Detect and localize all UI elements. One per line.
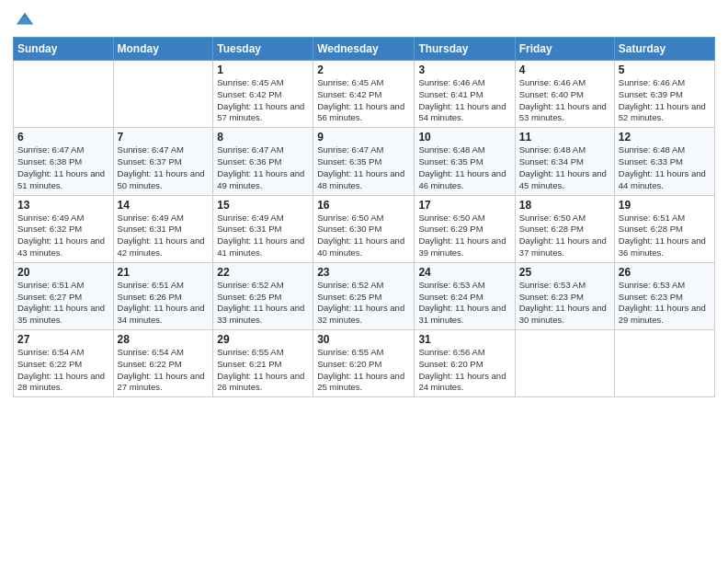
day-info: Sunrise: 6:46 AM Sunset: 6:40 PM Dayligh…: [519, 77, 610, 124]
day-info: Sunrise: 6:51 AM Sunset: 6:26 PM Dayligh…: [118, 280, 210, 327]
calendar-week-row: 27Sunrise: 6:54 AM Sunset: 6:22 PM Dayli…: [14, 330, 715, 397]
day-info: Sunrise: 6:47 AM Sunset: 6:35 PM Dayligh…: [317, 144, 410, 191]
logo-block: [13, 9, 35, 29]
calendar-cell: 14Sunrise: 6:49 AM Sunset: 6:31 PM Dayli…: [113, 195, 213, 262]
calendar-cell: 29Sunrise: 6:55 AM Sunset: 6:21 PM Dayli…: [213, 330, 313, 397]
calendar-cell: 22Sunrise: 6:52 AM Sunset: 6:25 PM Dayli…: [213, 262, 313, 329]
day-info: Sunrise: 6:49 AM Sunset: 6:31 PM Dayligh…: [118, 213, 210, 259]
day-info: Sunrise: 6:47 AM Sunset: 6:37 PM Dayligh…: [118, 144, 210, 191]
logo: [13, 9, 35, 29]
header: [13, 9, 715, 29]
day-info: Sunrise: 6:48 AM Sunset: 6:33 PM Dayligh…: [619, 144, 711, 191]
day-number: 17: [418, 199, 510, 212]
calendar-cell: 9Sunrise: 6:47 AM Sunset: 6:35 PM Daylig…: [313, 128, 415, 195]
calendar-cell: 13Sunrise: 6:49 AM Sunset: 6:32 PM Dayli…: [14, 195, 114, 262]
day-number: 3: [418, 63, 510, 76]
day-number: 16: [317, 199, 410, 212]
day-info: Sunrise: 6:45 AM Sunset: 6:42 PM Dayligh…: [217, 77, 309, 124]
day-info: Sunrise: 6:55 AM Sunset: 6:20 PM Dayligh…: [317, 347, 410, 394]
day-number: 10: [418, 131, 510, 144]
svg-marker-1: [17, 16, 33, 24]
calendar-cell: 24Sunrise: 6:53 AM Sunset: 6:24 PM Dayli…: [415, 262, 515, 329]
day-info: Sunrise: 6:49 AM Sunset: 6:32 PM Dayligh…: [17, 213, 109, 259]
day-info: Sunrise: 6:47 AM Sunset: 6:36 PM Dayligh…: [217, 144, 309, 191]
calendar-cell: 16Sunrise: 6:50 AM Sunset: 6:30 PM Dayli…: [313, 195, 415, 262]
calendar-cell: 21Sunrise: 6:51 AM Sunset: 6:26 PM Dayli…: [113, 262, 213, 329]
calendar-cell: 30Sunrise: 6:55 AM Sunset: 6:20 PM Dayli…: [313, 330, 415, 397]
calendar-cell: 3Sunrise: 6:46 AM Sunset: 6:41 PM Daylig…: [415, 61, 515, 128]
calendar-week-row: 6Sunrise: 6:47 AM Sunset: 6:38 PM Daylig…: [14, 128, 715, 195]
day-info: Sunrise: 6:49 AM Sunset: 6:31 PM Dayligh…: [217, 213, 309, 259]
weekday-header-thursday: Thursday: [415, 38, 515, 61]
calendar-cell: 4Sunrise: 6:46 AM Sunset: 6:40 PM Daylig…: [515, 61, 614, 128]
day-info: Sunrise: 6:46 AM Sunset: 6:41 PM Dayligh…: [418, 77, 510, 124]
day-number: 30: [317, 333, 410, 346]
calendar-cell: 15Sunrise: 6:49 AM Sunset: 6:31 PM Dayli…: [213, 195, 313, 262]
calendar-cell: [515, 330, 614, 397]
calendar-cell: 25Sunrise: 6:53 AM Sunset: 6:23 PM Dayli…: [515, 262, 614, 329]
day-info: Sunrise: 6:47 AM Sunset: 6:38 PM Dayligh…: [17, 144, 109, 191]
main-container: SundayMondayTuesdayWednesdayThursdayFrid…: [0, 0, 728, 407]
weekday-header-friday: Friday: [515, 38, 614, 61]
day-number: 29: [217, 333, 309, 346]
day-number: 7: [118, 131, 210, 144]
calendar-week-row: 13Sunrise: 6:49 AM Sunset: 6:32 PM Dayli…: [14, 195, 715, 262]
day-info: Sunrise: 6:55 AM Sunset: 6:21 PM Dayligh…: [217, 347, 309, 394]
day-info: Sunrise: 6:48 AM Sunset: 6:35 PM Dayligh…: [418, 144, 510, 191]
day-info: Sunrise: 6:50 AM Sunset: 6:28 PM Dayligh…: [519, 213, 610, 259]
day-number: 27: [17, 333, 109, 346]
day-info: Sunrise: 6:53 AM Sunset: 6:24 PM Dayligh…: [418, 280, 510, 327]
day-info: Sunrise: 6:51 AM Sunset: 6:27 PM Dayligh…: [17, 280, 109, 327]
day-number: 11: [519, 131, 610, 144]
calendar-week-row: 20Sunrise: 6:51 AM Sunset: 6:27 PM Dayli…: [14, 262, 715, 329]
day-info: Sunrise: 6:45 AM Sunset: 6:42 PM Dayligh…: [317, 77, 410, 124]
weekday-header-monday: Monday: [113, 38, 213, 61]
day-info: Sunrise: 6:56 AM Sunset: 6:20 PM Dayligh…: [418, 347, 510, 394]
calendar-table: SundayMondayTuesdayWednesdayThursdayFrid…: [13, 37, 715, 397]
calendar-cell: 26Sunrise: 6:53 AM Sunset: 6:23 PM Dayli…: [614, 262, 714, 329]
day-number: 31: [418, 333, 510, 346]
calendar-cell: 6Sunrise: 6:47 AM Sunset: 6:38 PM Daylig…: [14, 128, 114, 195]
day-number: 18: [519, 199, 610, 212]
day-info: Sunrise: 6:46 AM Sunset: 6:39 PM Dayligh…: [619, 77, 711, 124]
calendar-cell: [113, 61, 213, 128]
calendar-cell: [614, 330, 714, 397]
day-number: 1: [217, 63, 309, 76]
weekday-header-saturday: Saturday: [614, 38, 714, 61]
day-number: 19: [619, 199, 711, 212]
weekday-header-row: SundayMondayTuesdayWednesdayThursdayFrid…: [14, 38, 715, 61]
calendar-cell: 17Sunrise: 6:50 AM Sunset: 6:29 PM Dayli…: [415, 195, 515, 262]
weekday-header-wednesday: Wednesday: [313, 38, 415, 61]
calendar-cell: 19Sunrise: 6:51 AM Sunset: 6:28 PM Dayli…: [614, 195, 714, 262]
weekday-header-tuesday: Tuesday: [213, 38, 313, 61]
day-number: 24: [418, 266, 510, 279]
day-info: Sunrise: 6:51 AM Sunset: 6:28 PM Dayligh…: [619, 213, 711, 259]
day-info: Sunrise: 6:50 AM Sunset: 6:30 PM Dayligh…: [317, 213, 410, 259]
day-info: Sunrise: 6:53 AM Sunset: 6:23 PM Dayligh…: [619, 280, 711, 327]
calendar-cell: 12Sunrise: 6:48 AM Sunset: 6:33 PM Dayli…: [614, 128, 714, 195]
day-number: 15: [217, 199, 309, 212]
day-number: 8: [217, 131, 309, 144]
day-number: 12: [619, 131, 711, 144]
weekday-header-sunday: Sunday: [14, 38, 114, 61]
day-number: 4: [519, 63, 610, 76]
logo-row: [13, 9, 35, 29]
day-number: 25: [519, 266, 610, 279]
calendar-cell: 23Sunrise: 6:52 AM Sunset: 6:25 PM Dayli…: [313, 262, 415, 329]
logo-icon: [15, 9, 35, 29]
day-number: 22: [217, 266, 309, 279]
day-number: 9: [317, 131, 410, 144]
day-number: 26: [619, 266, 711, 279]
calendar-cell: 7Sunrise: 6:47 AM Sunset: 6:37 PM Daylig…: [113, 128, 213, 195]
calendar-cell: 31Sunrise: 6:56 AM Sunset: 6:20 PM Dayli…: [415, 330, 515, 397]
day-info: Sunrise: 6:53 AM Sunset: 6:23 PM Dayligh…: [519, 280, 610, 327]
calendar-cell: 5Sunrise: 6:46 AM Sunset: 6:39 PM Daylig…: [614, 61, 714, 128]
day-number: 2: [317, 63, 410, 76]
day-number: 21: [118, 266, 210, 279]
day-number: 28: [118, 333, 210, 346]
calendar-cell: 27Sunrise: 6:54 AM Sunset: 6:22 PM Dayli…: [14, 330, 114, 397]
calendar-cell: 11Sunrise: 6:48 AM Sunset: 6:34 PM Dayli…: [515, 128, 614, 195]
calendar-cell: 10Sunrise: 6:48 AM Sunset: 6:35 PM Dayli…: [415, 128, 515, 195]
day-info: Sunrise: 6:54 AM Sunset: 6:22 PM Dayligh…: [17, 347, 109, 394]
day-number: 23: [317, 266, 410, 279]
